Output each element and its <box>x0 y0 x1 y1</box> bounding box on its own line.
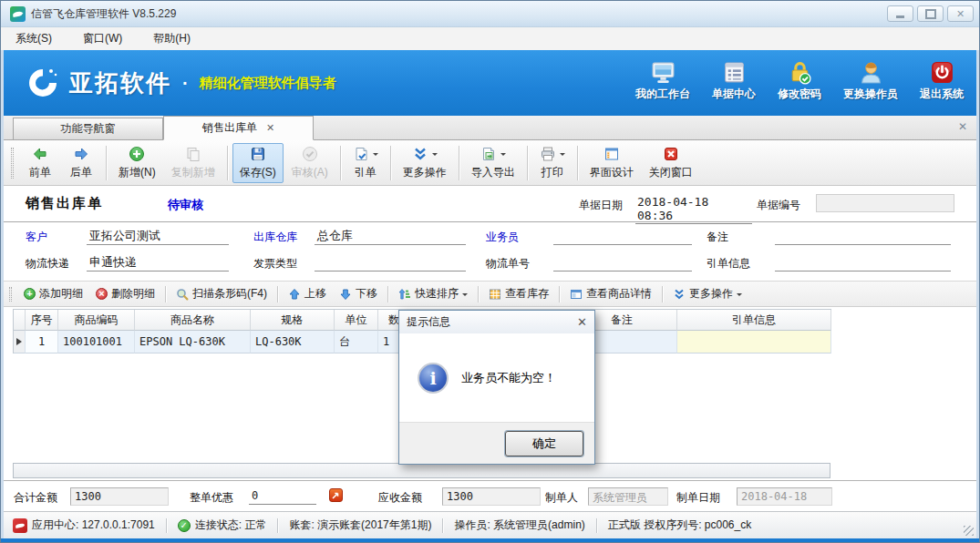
connection-ok-icon: ✓ <box>178 519 191 532</box>
close-window-button[interactable]: 关闭窗口 <box>642 143 700 183</box>
grid-cell[interactable]: 台 <box>335 331 378 353</box>
maker-label: 制单人 <box>545 490 578 506</box>
tab-close-icon[interactable]: ✕ <box>266 122 274 134</box>
power-icon <box>930 60 954 85</box>
grid-header[interactable]: 单位 <box>335 310 378 331</box>
tab-function-nav[interactable]: 功能导航窗 <box>13 118 163 139</box>
lock-icon <box>788 60 812 85</box>
magnifier-icon <box>176 288 189 301</box>
brand-block: 亚拓软件 · 精细化管理软件倡导者 <box>26 66 336 100</box>
detail-more-actions-button[interactable]: 更多操作 <box>668 284 747 303</box>
invoice-type-field[interactable] <box>315 253 466 272</box>
next-doc-button[interactable]: 后单 <box>61 143 101 183</box>
warehouse-field[interactable]: 总仓库 <box>315 227 466 245</box>
tabstrip-close-icon[interactable]: ✕ <box>958 120 967 133</box>
grid-header[interactable]: 引单信息 <box>677 310 831 331</box>
remark-field[interactable] <box>775 227 951 245</box>
dialog-close-icon[interactable]: ✕ <box>577 315 587 329</box>
toolbar-separator <box>227 146 228 180</box>
import-export-button[interactable]: 导入导出 <box>464 143 522 183</box>
grid-header[interactable]: 序号 <box>26 310 58 331</box>
salesman-field[interactable] <box>553 227 692 245</box>
tracking-no-field[interactable] <box>553 253 692 272</box>
toolbar-grip[interactable] <box>11 148 14 179</box>
delete-detail-button[interactable]: × 删除明细 <box>91 284 160 303</box>
chevron-down-icon[interactable] <box>737 293 742 299</box>
discount-label: 整单优惠 <box>190 490 233 506</box>
info-icon: i <box>418 363 449 394</box>
view-stock-button[interactable]: 查看库存 <box>484 284 553 303</box>
chevron-down-icon[interactable] <box>373 153 378 159</box>
status-badge: 待审核 <box>168 197 203 213</box>
detail-toolbar-separator <box>662 286 663 302</box>
doc-date-field[interactable]: 2018-04-18 08:36 <box>635 195 752 224</box>
add-detail-button[interactable]: + 添加明细 <box>19 284 88 303</box>
toolbar-separator <box>459 146 459 180</box>
banner-action-change-password[interactable]: 修改密码 <box>778 60 821 102</box>
ui-design-button[interactable]: 界面设计 <box>583 143 641 183</box>
toolbar-separator <box>106 146 107 180</box>
new-button[interactable]: 新增(N) <box>111 143 163 183</box>
horizontal-scrollbar[interactable] <box>13 463 830 478</box>
ref-info-field[interactable] <box>775 253 951 272</box>
move-down-button[interactable]: 下移 <box>335 284 382 303</box>
discount-adjust-icon[interactable] <box>329 488 343 502</box>
minimize-button[interactable] <box>887 5 913 22</box>
banner-actions: 我的工作台 单据中心 <box>635 60 964 106</box>
workstation-icon <box>651 60 676 85</box>
view-product-detail-button[interactable]: 查看商品详情 <box>565 284 656 303</box>
document-workarea: 销售出库单 待审核 单据日期 2018-04-18 08:36 单据编号 客户 … <box>4 186 976 511</box>
chevron-down-icon[interactable] <box>500 153 506 159</box>
grid-cell[interactable]: 100101001 <box>58 331 135 353</box>
move-up-button[interactable]: 上移 <box>284 284 331 303</box>
brand-logo-icon <box>26 66 60 100</box>
dialog-body: i 业务员不能为空！ <box>399 333 594 422</box>
tab-sales-outbound[interactable]: 销售出库单 ✕ <box>163 116 314 140</box>
detail-toolbar-grip[interactable] <box>9 287 12 302</box>
close-button[interactable] <box>947 5 974 22</box>
grid-cell[interactable]: LQ-630K <box>251 331 335 353</box>
brand-slogan: 精细化管理软件倡导者 <box>200 75 336 92</box>
detail-toolbar-separator <box>387 286 388 302</box>
chevron-down-icon[interactable] <box>560 153 565 159</box>
banner-action-doc-center[interactable]: 单据中心 <box>712 60 756 102</box>
grid-header[interactable]: 商品编码 <box>58 310 135 331</box>
banner-action-workbench[interactable]: 我的工作台 <box>635 60 690 102</box>
dialog-message: 业务员不能为空！ <box>461 370 556 386</box>
express-label: 物流快递 <box>26 256 69 272</box>
window-title: 信管飞仓库管理软件 V8.5.229 <box>31 6 176 22</box>
resize-grip[interactable] <box>964 526 974 536</box>
pull-doc-icon <box>353 146 369 162</box>
pull-doc-button[interactable]: 引单 <box>346 143 386 183</box>
quick-sort-button[interactable]: 快速排序 <box>394 284 472 303</box>
ok-button[interactable]: 确定 <box>505 431 583 456</box>
save-button[interactable]: 保存(S) <box>232 143 284 183</box>
banner-action-switch-operator[interactable]: 更换操作员 <box>843 60 898 102</box>
grid-cell[interactable]: 1 <box>26 331 58 353</box>
print-button[interactable]: 打印 <box>532 143 573 183</box>
message-dialog: 提示信息 ✕ i 业务员不能为空！ 确定 <box>398 310 595 465</box>
banner-action-exit[interactable]: 退出系统 <box>920 60 964 102</box>
menu-window[interactable]: 窗口(W) <box>79 29 126 48</box>
discount-field[interactable]: 0 <box>249 487 316 505</box>
dialog-titlebar[interactable]: 提示信息 ✕ <box>399 311 594 333</box>
grid-cell[interactable]: EPSON LQ-630K <box>135 331 251 353</box>
express-field[interactable]: 申通快递 <box>87 253 229 272</box>
more-actions-button[interactable]: 更多操作 <box>396 143 454 183</box>
menu-help[interactable]: 帮助(H) <box>150 29 194 48</box>
maker-field: 系统管理员 <box>588 487 668 506</box>
menu-system[interactable]: 系统(S) <box>12 29 56 48</box>
prev-doc-button[interactable]: 前单 <box>20 143 60 183</box>
status-separator <box>277 518 278 533</box>
grid-header[interactable]: 规格 <box>251 310 335 331</box>
scan-barcode-button[interactable]: 扫描条形码(F4) <box>171 284 272 303</box>
grid-cell[interactable] <box>677 331 831 353</box>
customer-field[interactable]: 亚拓公司测试 <box>87 227 229 245</box>
grid-header[interactable]: 商品名称 <box>135 310 251 331</box>
chevron-down-icon[interactable] <box>432 153 438 159</box>
maximize-button[interactable] <box>917 5 944 22</box>
total-amount-label: 合计金额 <box>14 490 57 506</box>
import-export-icon <box>480 146 497 162</box>
chevron-down-icon[interactable] <box>462 293 468 299</box>
titlebar: 信管飞仓库管理软件 V8.5.229 <box>1 1 979 27</box>
